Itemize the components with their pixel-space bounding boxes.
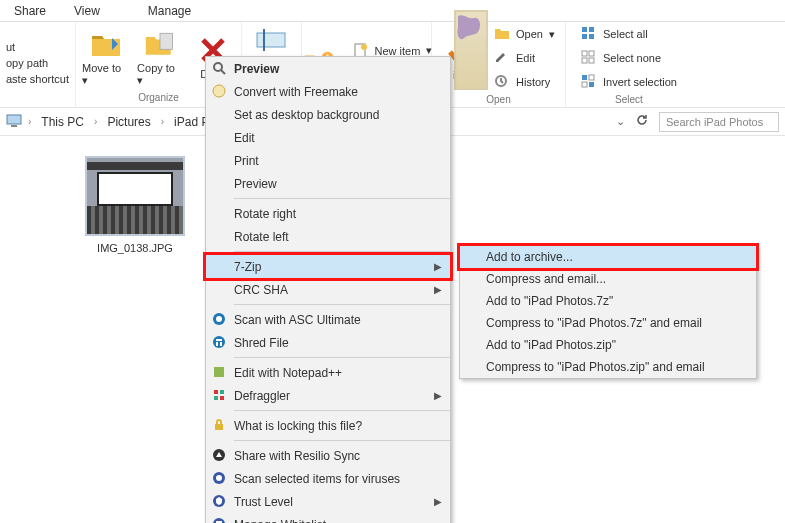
crumb-pictures[interactable]: Pictures bbox=[103, 113, 154, 131]
chevron-right-icon[interactable]: › bbox=[28, 116, 31, 127]
asc-icon bbox=[212, 312, 228, 328]
refresh-icon[interactable] bbox=[635, 113, 649, 130]
svg-rect-21 bbox=[11, 125, 17, 127]
separator bbox=[234, 357, 450, 358]
cm-crc[interactable]: CRC SHA▶ bbox=[206, 278, 450, 301]
tab-view[interactable]: View bbox=[60, 2, 114, 20]
tab-manage[interactable]: Manage bbox=[134, 2, 205, 20]
svg-rect-14 bbox=[582, 58, 587, 63]
defraggler-icon bbox=[212, 388, 228, 404]
folder-open-icon bbox=[494, 26, 510, 42]
svg-rect-13 bbox=[589, 51, 594, 56]
tab-share[interactable]: Share bbox=[0, 2, 60, 20]
svg-rect-28 bbox=[214, 390, 218, 394]
context-menu: Preview Convert with Freemake Set as des… bbox=[205, 56, 451, 523]
preview-icon bbox=[212, 61, 228, 77]
virus-scan-icon bbox=[212, 471, 228, 487]
svg-line-23 bbox=[221, 70, 225, 74]
clipboard-copy-path[interactable]: opy path bbox=[6, 57, 69, 69]
shred-icon bbox=[212, 335, 228, 351]
cm-asc-scan[interactable]: Scan with ASC Ultimate bbox=[206, 308, 450, 331]
cm-resilio[interactable]: Share with Resilio Sync bbox=[206, 444, 450, 467]
select-group-label: Select bbox=[615, 92, 643, 107]
submenu-arrow-icon: ▶ bbox=[434, 496, 442, 507]
sm-add-7z[interactable]: Add to "iPad Photos.7z" bbox=[460, 290, 756, 312]
cm-edit[interactable]: Edit bbox=[206, 126, 450, 149]
notepadpp-icon bbox=[212, 365, 228, 381]
cm-defraggler[interactable]: Defraggler ▶ bbox=[206, 384, 450, 407]
file-thumbnail-partial-2[interactable] bbox=[454, 10, 488, 90]
svg-rect-27 bbox=[214, 367, 224, 377]
sm-compress-email[interactable]: Compress and email... bbox=[460, 268, 756, 290]
sm-add-archive[interactable]: Add to archive... bbox=[460, 246, 756, 268]
separator bbox=[234, 251, 450, 252]
clipboard-paste-shortcut[interactable]: aste shortcut bbox=[6, 73, 69, 85]
pencil-icon bbox=[494, 50, 510, 66]
copy-to-button[interactable]: Copy to ▾ bbox=[137, 28, 183, 87]
cm-print[interactable]: Print bbox=[206, 149, 450, 172]
whitelist-icon bbox=[212, 517, 228, 524]
folder-move-icon bbox=[90, 28, 122, 60]
cm-freemake[interactable]: Convert with Freemake bbox=[206, 80, 450, 103]
chevron-right-icon[interactable]: › bbox=[161, 116, 164, 127]
cm-shred[interactable]: Shred File bbox=[206, 331, 450, 354]
cm-rotate-left[interactable]: Rotate left bbox=[206, 225, 450, 248]
svg-point-5 bbox=[361, 44, 367, 50]
svg-rect-9 bbox=[589, 27, 594, 32]
thumbnail-label: IMG_0138.JPG bbox=[97, 242, 173, 254]
freemake-icon bbox=[212, 84, 228, 100]
cm-preview[interactable]: Preview bbox=[206, 57, 450, 80]
invert-selection-button[interactable]: Invert selection bbox=[577, 72, 681, 92]
invert-icon bbox=[581, 74, 597, 90]
cm-preview2[interactable]: Preview bbox=[206, 172, 450, 195]
cm-desktop-bg[interactable]: Set as desktop background bbox=[206, 103, 450, 126]
sm-compress-zip[interactable]: Compress to "iPad Photos.zip" and email bbox=[460, 356, 756, 378]
cm-whitelist[interactable]: Manage Whitelist bbox=[206, 513, 450, 523]
clipboard-cut[interactable]: ut bbox=[6, 41, 69, 53]
crumb-this-pc[interactable]: This PC bbox=[37, 113, 88, 131]
select-all-button[interactable]: Select all bbox=[577, 24, 681, 44]
svg-rect-19 bbox=[589, 82, 594, 87]
submenu-arrow-icon: ▶ bbox=[434, 390, 442, 401]
copy-to-label: Copy to ▾ bbox=[137, 62, 183, 87]
sm-compress-7z[interactable]: Compress to "iPad Photos.7z" and email bbox=[460, 312, 756, 334]
cm-notepadpp[interactable]: Edit with Notepad++ bbox=[206, 361, 450, 384]
cm-7zip[interactable]: 7-Zip ▶ bbox=[206, 255, 450, 278]
svg-rect-18 bbox=[582, 82, 587, 87]
svg-rect-20 bbox=[7, 115, 21, 124]
cm-rotate-right[interactable]: Rotate right bbox=[206, 202, 450, 225]
sm-add-zip[interactable]: Add to "iPad Photos.zip" bbox=[460, 334, 756, 356]
separator bbox=[234, 304, 450, 305]
svg-rect-1 bbox=[257, 33, 285, 47]
thumbnail-image bbox=[85, 156, 185, 236]
cm-scan-virus[interactable]: Scan selected items for viruses bbox=[206, 467, 450, 490]
open-group-label: Open bbox=[486, 92, 510, 107]
search-input[interactable]: Search iPad Photos bbox=[659, 112, 779, 132]
file-thumbnail[interactable]: IMG_0138.JPG bbox=[80, 156, 190, 254]
edit-button[interactable]: Edit bbox=[490, 48, 559, 68]
svg-rect-31 bbox=[220, 396, 224, 400]
chevron-down-icon[interactable]: ⌄ bbox=[616, 115, 625, 128]
svg-rect-29 bbox=[220, 390, 224, 394]
chevron-right-icon[interactable]: › bbox=[94, 116, 97, 127]
svg-point-26 bbox=[213, 336, 225, 348]
pc-icon[interactable] bbox=[6, 114, 22, 130]
move-to-button[interactable]: Move to ▾ bbox=[82, 28, 129, 87]
svg-rect-30 bbox=[214, 396, 218, 400]
select-all-icon bbox=[581, 26, 597, 42]
svg-point-24 bbox=[213, 85, 225, 97]
history-button[interactable]: History bbox=[490, 72, 559, 92]
select-none-button[interactable]: Select none bbox=[577, 48, 681, 68]
svg-rect-16 bbox=[582, 75, 587, 80]
organize-group-label: Organize bbox=[138, 90, 179, 105]
rename-icon[interactable] bbox=[255, 24, 287, 56]
svg-rect-0 bbox=[160, 33, 172, 49]
open-button[interactable]: Open ▾ bbox=[490, 24, 559, 44]
svg-rect-15 bbox=[589, 58, 594, 63]
cm-locking[interactable]: What is locking this file? bbox=[206, 414, 450, 437]
submenu-arrow-icon: ▶ bbox=[434, 284, 442, 295]
folder-copy-icon bbox=[144, 28, 176, 60]
svg-rect-8 bbox=[582, 27, 587, 32]
cm-trust-level[interactable]: Trust Level ▶ bbox=[206, 490, 450, 513]
separator bbox=[234, 440, 450, 441]
